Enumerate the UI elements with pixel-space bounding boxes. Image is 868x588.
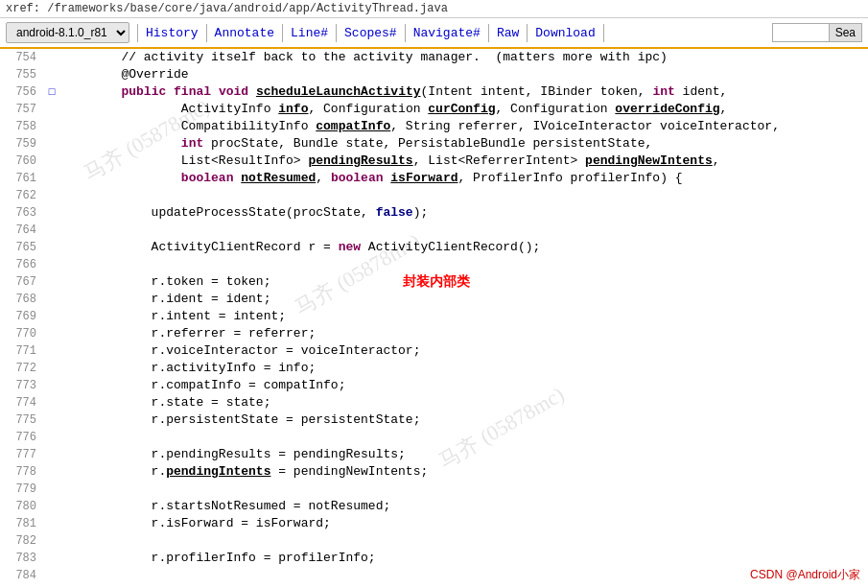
code-line: 775 r.persistentState = persistentState; [0,412,868,429]
code-line: 783 r.profilerInfo = profilerInfo; [0,550,868,567]
line-marker: □ [44,83,59,101]
line-number: 772 [0,360,44,377]
nav-link-navigate#[interactable]: Navigate# [406,24,489,42]
code-line: 764 [0,222,868,239]
search-button[interactable]: Sea [830,23,862,42]
line-content: @Override [59,66,868,83]
code-line: 759 int procState, Bundle state, Persist… [0,135,868,153]
line-number: 755 [0,66,44,83]
code-line: 封装内部类767 r.token = token; [0,273,868,291]
code-line: 768 r.ident = ident; [0,291,868,308]
line-number: 759 [0,135,44,153]
line-number: 764 [0,222,44,239]
code-line: 761 boolean notResumed, boolean isForwar… [0,170,868,187]
nav-link-line#[interactable]: Line# [283,24,337,42]
nav-link-download[interactable]: Download [528,24,603,42]
line-number: 770 [0,325,44,342]
code-line: 778 r.pendingIntents = pendingNewIntents… [0,463,868,481]
nav-bar: android-8.1.0_r81 HistoryAnnotateLine#Sc… [0,18,868,49]
code-line: 760 List<ResultInfo> pendingResults, Lis… [0,153,868,170]
cn-annotation: 封装内部类 [403,273,470,291]
search-input[interactable] [772,23,830,42]
line-number: 766 [0,256,44,273]
line-content: r.persistentState = persistentState; [59,412,868,429]
search-box: Sea [772,23,862,42]
line-number: 782 [0,532,44,550]
line-content: public final void scheduleLaunchActivity… [59,83,868,101]
line-content: r.voiceInteractor = voiceInteractor; [59,342,868,360]
line-number: 784 [0,567,44,584]
code-line: 758 CompatibilityInfo compatInfo, String… [0,118,868,135]
code-line: 784 [0,567,868,584]
code-line: 782 [0,532,868,550]
line-number: 769 [0,308,44,325]
line-number: 778 [0,463,44,481]
line-number: 783 [0,550,44,567]
line-content: List<ResultInfo> pendingResults, List<Re… [59,153,868,170]
nav-link-scopes#[interactable]: Scopes# [337,24,406,42]
version-select[interactable]: android-8.1.0_r81 [6,22,129,43]
code-line: 765 ActivityClientRecord r = new Activit… [0,239,868,256]
code-line: 773 r.compatInfo = compatInfo; [0,377,868,394]
line-content: ActivityInfo info, Configuration curConf… [59,101,868,118]
line-content: r.compatInfo = compatInfo; [59,377,868,394]
line-content: r.ident = ident; [59,291,868,308]
nav-link-history[interactable]: History [137,24,207,42]
code-line: 754 // activity itself back to the activ… [0,49,868,66]
line-number: 780 [0,498,44,515]
code-line: 777 r.pendingResults = pendingResults; [0,446,868,463]
line-content: r.intent = intent; [59,308,868,325]
line-number: 767 [0,273,44,291]
line-content: r.profilerInfo = profilerInfo; [59,550,868,567]
line-content: r.pendingResults = pendingResults; [59,446,868,463]
line-number: 779 [0,481,44,498]
line-number: 757 [0,101,44,118]
code-line: 771 r.voiceInteractor = voiceInteractor; [0,342,868,360]
nav-links: HistoryAnnotateLine#Scopes#Navigate#RawD… [137,24,604,42]
code-line: 766 [0,256,868,273]
code-line: 755 @Override [0,66,868,83]
nav-link-raw[interactable]: Raw [489,24,528,42]
line-number: 773 [0,377,44,394]
line-content: r.state = state; [59,394,868,412]
line-content: r.activityInfo = info; [59,360,868,377]
line-number: 758 [0,118,44,135]
nav-link-annotate[interactable]: Annotate [207,24,283,42]
line-content: ActivityClientRecord r = new ActivityCli… [59,239,868,256]
line-number: 776 [0,429,44,446]
line-content: r.startsNotResumed = notResumed; [59,498,868,515]
code-line: 779 [0,481,868,498]
line-number: 762 [0,187,44,204]
code-line: 756□ public final void scheduleLaunchAct… [0,83,868,101]
code-area: 马齐 (05878mc) 马齐 (05878mc) 马齐 (05878mc) 7… [0,49,868,587]
line-number: 774 [0,394,44,412]
line-number: 781 [0,515,44,532]
line-number: 761 [0,170,44,187]
line-number: 765 [0,239,44,256]
line-content: int procState, Bundle state, Persistable… [59,135,868,153]
line-content: r.isForward = isForward; [59,515,868,532]
line-number: 771 [0,342,44,360]
breadcrumb: xref: /frameworks/base/core/java/android… [0,0,868,18]
line-content: boolean notResumed, boolean isForward, P… [59,170,868,187]
line-number: 760 [0,153,44,170]
code-line: 757 ActivityInfo info, Configuration cur… [0,101,868,118]
line-content: CompatibilityInfo compatInfo, String ref… [59,118,868,135]
code-line: 770 r.referrer = referrer; [0,325,868,342]
line-content: r.pendingIntents = pendingNewIntents; [59,463,868,481]
line-number: 775 [0,412,44,429]
code-line: 781 r.isForward = isForward; [0,515,868,532]
line-content: updateProcessState(procState, false); [59,204,868,222]
line-number: 785 [0,584,44,587]
line-number: 768 [0,291,44,308]
code-lines: 754 // activity itself back to the activ… [0,49,868,587]
code-line: 772 r.activityInfo = info; [0,360,868,377]
code-line: 769 r.intent = intent; [0,308,868,325]
line-number: 777 [0,446,44,463]
line-content: r.referrer = referrer; [59,325,868,342]
line-number: 763 [0,204,44,222]
code-line: 785 r.overrideConfig = overrideConfig; [0,584,868,587]
code-line: 780 r.startsNotResumed = notResumed; [0,498,868,515]
line-content: // activity itself back to the activity … [59,49,868,66]
line-number: 756 [0,83,44,101]
